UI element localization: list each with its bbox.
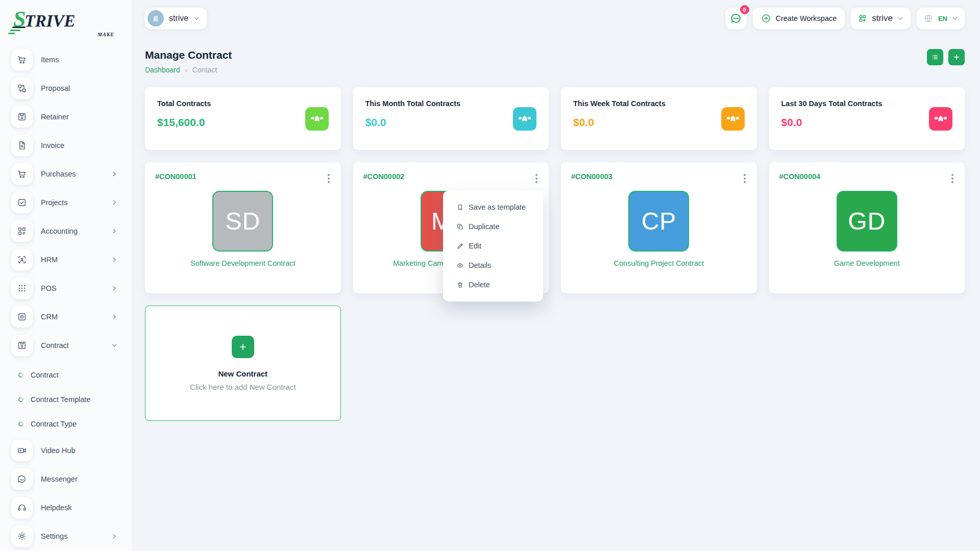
add-contract-button[interactable] bbox=[948, 49, 965, 65]
topbar: strive 0 Create Workspace strive bbox=[145, 0, 965, 37]
kebab-menu-icon[interactable] bbox=[950, 172, 954, 185]
menu-item-edit[interactable]: Edit bbox=[443, 236, 543, 256]
kebab-menu-icon[interactable] bbox=[743, 172, 747, 185]
handshake-icon bbox=[513, 107, 536, 131]
messages-button[interactable]: 0 bbox=[725, 8, 747, 29]
sidebar-item-label: Items bbox=[41, 56, 59, 64]
contract-name-link[interactable]: Consulting Project Contract bbox=[614, 259, 704, 267]
menu-item-delete[interactable]: Delete bbox=[443, 275, 543, 294]
contract-name-link[interactable]: Software Development Contract bbox=[190, 259, 296, 267]
sidebar-item-contract[interactable]: Contract bbox=[11, 334, 132, 356]
list-view-button[interactable] bbox=[927, 49, 943, 65]
stats-row: Total Contracts $15,600.0 This Month Tot… bbox=[145, 87, 965, 150]
chat-bubble-icon bbox=[11, 468, 33, 490]
page-title: Manage Contract bbox=[145, 49, 232, 61]
language-code: EN bbox=[938, 15, 947, 22]
logo-wordmark: TRIVE bbox=[24, 13, 75, 30]
sidebar-subitem-contract-template[interactable]: Contract Template bbox=[11, 387, 132, 412]
sidebar-item-invoice[interactable]: Invoice bbox=[11, 134, 132, 156]
menu-item-label: Save as template bbox=[469, 203, 526, 211]
sidebar-item-proposal[interactable]: Proposal bbox=[11, 77, 132, 99]
menu-item-save-as-template[interactable]: Save as template bbox=[443, 197, 543, 217]
breadcrumb-dashboard-link[interactable]: Dashboard bbox=[145, 66, 180, 74]
sidebar-item-helpdesk[interactable]: Helpdesk bbox=[11, 496, 132, 518]
floppy-icon bbox=[11, 335, 33, 356]
floppy-icon bbox=[11, 106, 33, 128]
kebab-menu-icon[interactable] bbox=[534, 172, 538, 185]
logo-tagline: MAKE bbox=[97, 32, 114, 37]
menu-item-label: Delete bbox=[469, 281, 490, 289]
sidebar-item-pos[interactable]: POS bbox=[11, 277, 132, 299]
chevron-right-icon bbox=[111, 533, 117, 539]
contract-name-link[interactable]: Game Development bbox=[834, 259, 900, 267]
stat-title: This Month Total Contracts bbox=[365, 99, 537, 108]
stat-title: Total Contracts bbox=[157, 99, 329, 108]
switcher-name: strive bbox=[872, 13, 893, 23]
sidebar-item-messenger[interactable]: Messenger bbox=[11, 468, 132, 490]
stat-card-month: This Month Total Contracts $0.0 bbox=[353, 87, 549, 150]
globe-icon bbox=[923, 13, 934, 23]
sidebar-item-retainer[interactable]: Retainer bbox=[11, 106, 132, 128]
handshake-icon bbox=[721, 107, 745, 131]
file-icon bbox=[11, 135, 33, 156]
contract-context-menu: Save as template Duplicate Edit Details … bbox=[443, 190, 543, 302]
contract-card: #CON00001 SD Software Development Contra… bbox=[145, 162, 341, 293]
stat-value: $15,600.0 bbox=[157, 116, 329, 129]
create-workspace-label: Create Workspace bbox=[776, 14, 837, 22]
sidebar-subitem-contract-type[interactable]: Contract Type bbox=[11, 412, 132, 436]
stat-value: $0.0 bbox=[781, 116, 953, 129]
header-actions bbox=[927, 49, 965, 65]
sidebar-item-purchases[interactable]: Purchases bbox=[11, 163, 132, 185]
chevron-right-icon bbox=[111, 171, 117, 177]
headset-icon bbox=[11, 497, 33, 518]
sidebar-item-settings[interactable]: Settings bbox=[11, 525, 132, 547]
contract-id-link[interactable]: #CON00001 bbox=[155, 172, 197, 181]
sidebar-item-label: Contract bbox=[41, 341, 69, 349]
new-contract-subtitle: Click here to add New Contract bbox=[190, 383, 296, 391]
sidebar-item-hrm[interactable]: HRM bbox=[11, 248, 132, 270]
contract-id-link[interactable]: #CON00002 bbox=[363, 172, 405, 181]
user-scan-icon bbox=[11, 249, 33, 270]
stat-card-30days: Last 30 Days Total Contracts $0.0 bbox=[769, 87, 965, 150]
create-workspace-button[interactable]: Create Workspace bbox=[753, 8, 845, 29]
logo-speed-lines bbox=[12, 27, 26, 34]
check-square-icon bbox=[11, 192, 33, 213]
workspace-switcher[interactable]: strive bbox=[851, 8, 911, 29]
sidebar-item-label: Video Hub bbox=[41, 446, 75, 455]
contract-id-link[interactable]: #CON00004 bbox=[779, 172, 821, 181]
sidebar-item-label: Proposal bbox=[41, 84, 70, 92]
sidebar-item-label: HRM bbox=[41, 256, 58, 264]
app-logo: STRIVE MAKE bbox=[0, 0, 132, 37]
chevron-down-icon bbox=[111, 342, 117, 348]
language-selector[interactable]: EN bbox=[917, 8, 965, 29]
grid-plus-icon bbox=[11, 220, 33, 242]
sidebar-item-items[interactable]: Items bbox=[11, 48, 132, 70]
sidebar-item-label: Invoice bbox=[41, 141, 64, 149]
contract-id-link[interactable]: #CON00003 bbox=[571, 172, 612, 181]
stat-value: $0.0 bbox=[365, 116, 537, 129]
sidebar-item-label: Retainer bbox=[41, 113, 69, 121]
handshake-icon bbox=[305, 107, 329, 131]
sidebar-item-accounting[interactable]: Accounting bbox=[11, 220, 132, 242]
new-contract-card[interactable]: New Contract Click here to add New Contr… bbox=[145, 306, 341, 421]
menu-item-duplicate[interactable]: Duplicate bbox=[443, 217, 543, 236]
stat-card-week: This Week Total Contracts $0.0 bbox=[561, 87, 757, 150]
window-icon bbox=[11, 306, 33, 328]
stat-card-total: Total Contracts $15,600.0 bbox=[145, 87, 341, 150]
sidebar-item-label: Accounting bbox=[41, 227, 78, 235]
sidebar-item-crm[interactable]: CRM bbox=[11, 306, 132, 328]
sidebar-subitem-contract[interactable]: Contract bbox=[11, 363, 132, 387]
menu-item-label: Details bbox=[469, 261, 491, 269]
sidebar-nav: Items Proposal Retainer Invoice Purchase bbox=[0, 37, 132, 547]
page-header: Manage Contract Dashboard › Contact bbox=[145, 49, 965, 74]
grid-plus-icon bbox=[858, 14, 867, 23]
chevron-down-icon bbox=[952, 15, 958, 21]
sidebar-item-projects[interactable]: Projects bbox=[11, 191, 132, 213]
workspace-selector[interactable]: strive bbox=[145, 8, 207, 29]
chevron-down-icon bbox=[193, 15, 200, 21]
chevron-right-icon bbox=[111, 285, 117, 291]
menu-item-details[interactable]: Details bbox=[443, 256, 543, 275]
kebab-menu-icon[interactable] bbox=[327, 172, 331, 185]
plus-circle-icon bbox=[761, 13, 771, 23]
sidebar-item-video-hub[interactable]: Video Hub bbox=[11, 439, 132, 461]
